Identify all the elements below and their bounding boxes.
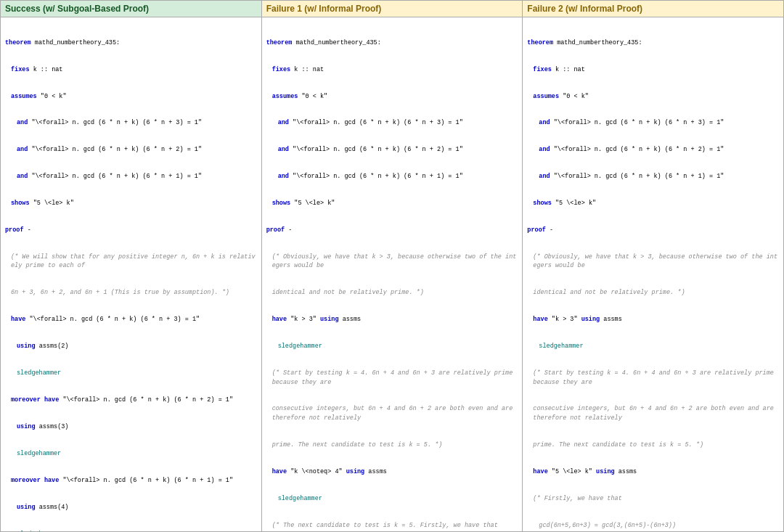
col3-content[interactable]: theorem mathd_numbertheory_435: fixes k … (523, 17, 783, 531)
col3-header: Failure 2 (w/ Informal Proof) (523, 1, 783, 17)
col2-header: Failure 1 (w/ Informal Proof) (262, 1, 523, 17)
col1-header: Success (w/ Subgoal-Based Proof) (1, 1, 261, 17)
col2-content[interactable]: theorem mathd_numbertheory_435: fixes k … (262, 17, 523, 531)
main-columns: Success (w/ Subgoal-Based Proof) theorem… (0, 0, 784, 532)
col1-content[interactable]: theorem mathd_numbertheory_435: fixes k … (1, 17, 261, 531)
column-failure2: Failure 2 (w/ Informal Proof) theorem ma… (523, 0, 784, 532)
column-success: Success (w/ Subgoal-Based Proof) theorem… (0, 0, 262, 532)
column-failure1: Failure 1 (w/ Informal Proof) theorem ma… (262, 0, 523, 532)
